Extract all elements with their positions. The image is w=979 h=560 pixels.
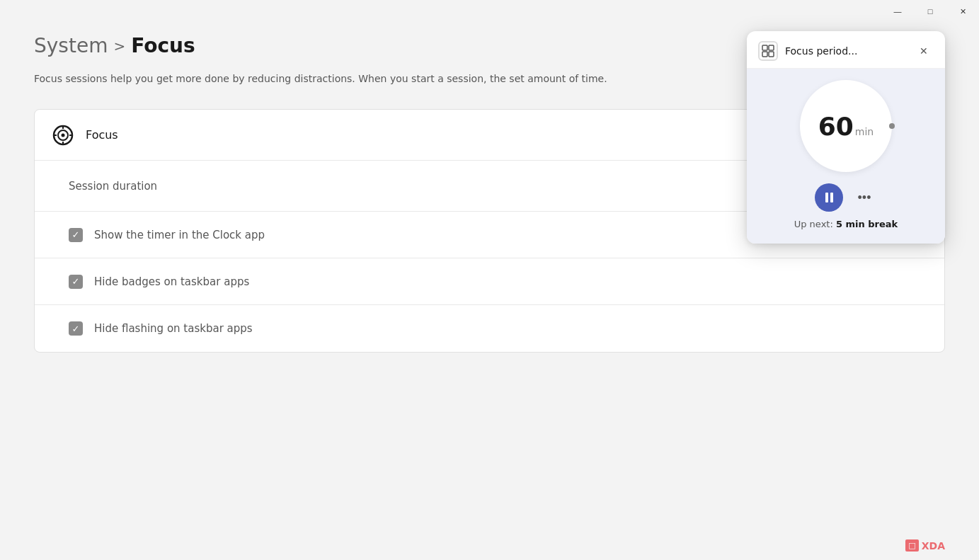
popup-body: 60 min ••• Up next: 5 min break	[747, 69, 945, 244]
pause-bar-right	[830, 193, 833, 202]
svg-point-2	[62, 133, 65, 137]
upnext-value: 5 min break	[836, 219, 898, 229]
show-timer-label: Show the timer in the Clock app	[94, 229, 265, 241]
session-duration-label: Session duration	[69, 180, 157, 193]
popup-app-icon	[758, 41, 778, 61]
xda-text: XDA	[922, 540, 945, 552]
timer-circle-container: 60 min	[800, 80, 892, 172]
check-mark-icon-2: ✓	[72, 277, 80, 286]
breadcrumb-system[interactable]: System	[34, 34, 108, 57]
pause-icon	[825, 193, 833, 202]
xda-logo-box: □	[905, 539, 918, 552]
svg-rect-8	[769, 45, 774, 50]
breadcrumb-separator: >	[113, 38, 125, 55]
hide-badges-row: ✓ Hide badges on taskbar apps	[35, 258, 944, 305]
timer-unit: min	[855, 126, 874, 137]
pause-bar-left	[825, 193, 828, 202]
popup-more-button[interactable]: •••	[852, 185, 877, 210]
hide-badges-label: Hide badges on taskbar apps	[94, 275, 249, 288]
hide-flashing-row: ✓ Hide flashing on taskbar apps	[35, 305, 944, 352]
popup-header-left: Focus period...	[758, 41, 857, 61]
focus-header-left: Focus	[52, 124, 118, 147]
popup-title: Focus period...	[785, 45, 857, 57]
check-mark-icon: ✓	[72, 230, 80, 239]
popup-header: Focus period... ✕	[747, 31, 945, 69]
timer-circle: 60 min	[800, 80, 892, 172]
svg-rect-7	[762, 45, 767, 50]
focus-label: Focus	[86, 128, 118, 142]
hide-flashing-label: Hide flashing on taskbar apps	[94, 322, 253, 335]
popup-controls: •••	[815, 183, 877, 212]
show-timer-checkbox[interactable]: ✓	[69, 228, 83, 242]
timer-dot	[889, 123, 895, 129]
svg-rect-9	[762, 52, 767, 57]
popup-pause-button[interactable]	[815, 183, 843, 212]
focus-icon	[52, 124, 74, 147]
upnext-prefix: Up next:	[794, 219, 833, 229]
check-mark-icon-3: ✓	[72, 324, 80, 333]
popup-close-button[interactable]: ✕	[914, 41, 934, 61]
svg-rect-10	[769, 52, 774, 57]
hide-flashing-checkbox[interactable]: ✓	[69, 321, 83, 336]
breadcrumb-focus: Focus	[131, 34, 195, 57]
timer-value: 60	[818, 112, 854, 141]
popup-upnext: Up next: 5 min break	[794, 219, 898, 229]
focus-period-popup: Focus period... ✕ 60 min •••	[747, 31, 945, 244]
page-description: Focus sessions help you get more done by…	[34, 72, 671, 86]
timer-display: 60 min	[818, 112, 874, 141]
hide-badges-checkbox[interactable]: ✓	[69, 275, 83, 289]
xda-watermark: □ XDA	[905, 539, 945, 552]
